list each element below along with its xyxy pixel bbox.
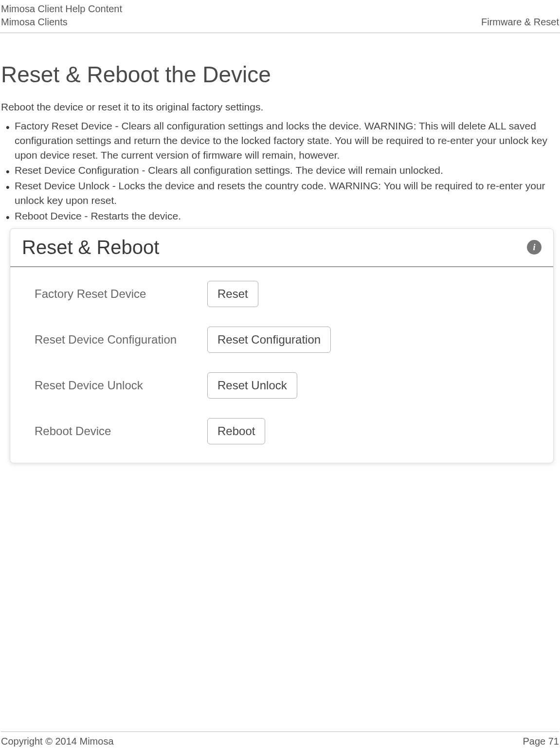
doc-header-line1: Mimosa Client Help Content <box>1 2 122 16</box>
row-reboot: Reboot Device Reboot <box>35 418 539 444</box>
reset-unlock-button[interactable]: Reset Unlock <box>207 372 297 399</box>
doc-header: Mimosa Client Help Content Mimosa Client… <box>0 0 560 33</box>
footer-copyright: Copyright © 2014 Mimosa <box>1 736 114 747</box>
list-item: Reset Device Configuration - Clears all … <box>15 163 559 178</box>
page-title: Reset & Reboot the Device <box>1 61 559 88</box>
bullet-list: Factory Reset Device - Clears all config… <box>1 119 559 223</box>
factory-reset-button[interactable]: Reset <box>207 281 258 307</box>
main-content: Reset & Reboot the Device Reboot the dev… <box>0 61 560 463</box>
footer-page-number: Page 71 <box>523 736 559 747</box>
panel-header: Reset & Reboot i <box>10 229 553 267</box>
label-reboot: Reboot Device <box>35 424 207 438</box>
label-reset-config: Reset Device Configuration <box>35 333 207 347</box>
row-factory-reset: Factory Reset Device Reset <box>35 281 539 307</box>
list-item: Reboot Device - Restarts the device. <box>15 209 559 223</box>
doc-header-line2: Mimosa Clients <box>1 16 122 29</box>
intro-text: Reboot the device or reset it to its ori… <box>1 101 559 113</box>
doc-header-left: Mimosa Client Help Content Mimosa Client… <box>1 2 122 29</box>
doc-footer: Copyright © 2014 Mimosa Page 71 <box>1 731 559 747</box>
row-reset-config: Reset Device Configuration Reset Configu… <box>35 327 539 353</box>
row-reset-unlock: Reset Device Unlock Reset Unlock <box>35 372 539 399</box>
panel-title: Reset & Reboot <box>22 237 159 258</box>
reboot-button[interactable]: Reboot <box>207 418 265 444</box>
reset-reboot-panel: Reset & Reboot i Factory Reset Device Re… <box>10 228 554 463</box>
label-reset-unlock: Reset Device Unlock <box>35 379 207 392</box>
list-item: Reset Device Unlock - Locks the device a… <box>15 179 559 208</box>
panel-body: Factory Reset Device Reset Reset Device … <box>10 267 553 463</box>
doc-header-right: Firmware & Reset <box>481 17 559 29</box>
reset-configuration-button[interactable]: Reset Configuration <box>207 327 331 353</box>
label-factory-reset: Factory Reset Device <box>35 287 207 301</box>
info-icon[interactable]: i <box>527 240 542 255</box>
list-item: Factory Reset Device - Clears all config… <box>15 119 559 162</box>
